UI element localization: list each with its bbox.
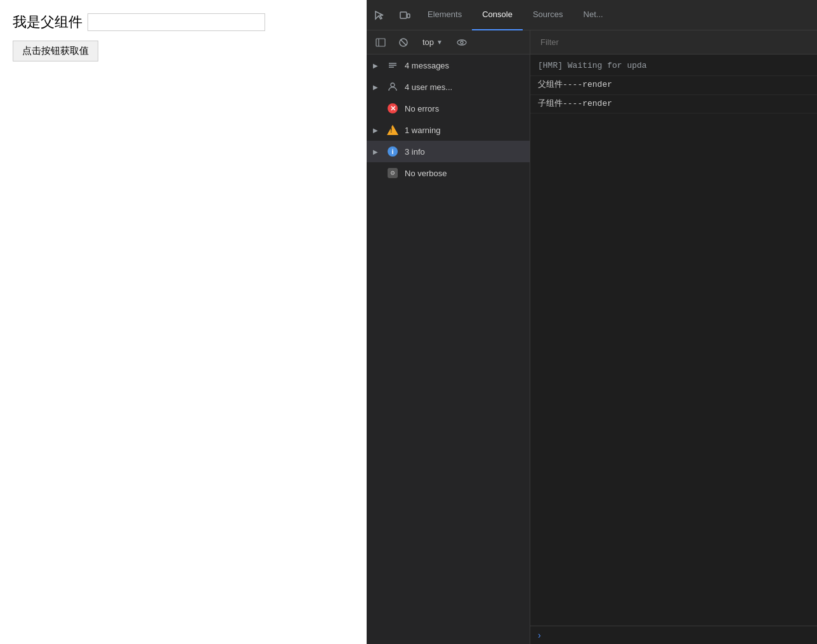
verbose-icon: ⚙	[387, 167, 398, 179]
filter-item-user-messages[interactable]: ▶ 4 user mes...	[367, 76, 530, 98]
verbose-gear: ⚙	[388, 168, 398, 178]
devtools-topbar: Elements Console Sources Net...	[367, 0, 817, 30]
console-message-child-render: 子组件----render	[530, 95, 817, 114]
console-sidebar: top ▼ ▶	[367, 30, 530, 644]
filter-label-messages: 4 messages	[405, 61, 523, 70]
svg-rect-2	[376, 39, 385, 46]
info-circle: i	[388, 146, 398, 157]
filter-item-info[interactable]: ▶ i 3 info	[367, 141, 530, 162]
console-filter-input[interactable]	[535, 35, 812, 49]
filter-item-errors[interactable]: ▶ ✕ No errors	[367, 98, 530, 119]
tab-elements[interactable]: Elements	[417, 0, 472, 30]
top-label: top	[422, 37, 434, 47]
webpage-panel: 我是父组件 点击按钮获取值	[0, 0, 367, 644]
filter-item-warnings[interactable]: ▶ 1 warning	[367, 119, 530, 141]
webpage-input[interactable]	[88, 13, 265, 31]
filter-item-messages[interactable]: ▶ 4 messages	[367, 55, 530, 76]
svg-point-6	[457, 40, 466, 45]
arrow-icon: ▶	[373, 84, 381, 91]
devtools-content: top ▼ ▶	[367, 30, 817, 644]
console-output-toolbar	[530, 30, 817, 55]
console-input-row: ›	[530, 626, 817, 644]
filter-label-verbose: No verbose	[405, 169, 523, 178]
top-selector[interactable]: top ▼	[417, 35, 448, 49]
svg-point-7	[461, 41, 463, 44]
svg-rect-0	[400, 12, 407, 18]
error-circle: ✕	[388, 103, 398, 113]
messages-icon	[387, 60, 398, 71]
devtools-panel: Elements Console Sources Net...	[367, 0, 817, 644]
console-messages: [HMR] Waiting for upda 父组件----render 子组件…	[530, 55, 817, 626]
webpage-title: 我是父组件	[13, 13, 82, 32]
filter-label-errors: No errors	[405, 104, 523, 113]
warning-icon	[387, 124, 398, 136]
arrow-icon: ▶	[373, 148, 381, 155]
svg-line-5	[401, 39, 407, 45]
warning-triangle	[387, 125, 398, 135]
console-output: [HMR] Waiting for upda 父组件----render 子组件…	[530, 30, 817, 644]
svg-point-11	[391, 83, 395, 87]
inspect-icon[interactable]	[367, 0, 392, 30]
console-message-hmr: [HMR] Waiting for upda	[530, 57, 817, 76]
user-icon	[387, 81, 398, 93]
eye-icon[interactable]	[453, 34, 471, 51]
webpage-button[interactable]: 点击按钮获取值	[13, 41, 98, 61]
info-icon: i	[387, 146, 398, 157]
filter-label-user-messages: 4 user mes...	[405, 82, 523, 92]
tab-network[interactable]: Net...	[573, 0, 613, 30]
console-prompt-icon: ›	[538, 630, 541, 640]
arrow-icon: ▶	[373, 127, 381, 134]
console-filter-list: ▶ 4 messages ▶	[367, 55, 530, 644]
device-icon[interactable]	[392, 0, 417, 30]
tab-sources[interactable]: Sources	[523, 0, 573, 30]
filter-label-info: 3 info	[405, 147, 523, 157]
block-icon[interactable]	[395, 34, 412, 51]
console-message-parent-render: 父组件----render	[530, 76, 817, 95]
chevron-down-icon: ▼	[436, 39, 443, 46]
sidebar-toggle-icon[interactable]	[372, 34, 389, 51]
filter-label-warnings: 1 warning	[405, 126, 523, 135]
filter-item-verbose[interactable]: ▶ ⚙ No verbose	[367, 162, 530, 184]
arrow-icon: ▶	[373, 62, 381, 69]
error-icon: ✕	[387, 103, 398, 114]
svg-rect-1	[407, 14, 410, 18]
console-toolbar: top ▼	[367, 30, 530, 55]
webpage-title-row: 我是父组件	[13, 13, 354, 32]
tab-console[interactable]: Console	[472, 0, 523, 30]
